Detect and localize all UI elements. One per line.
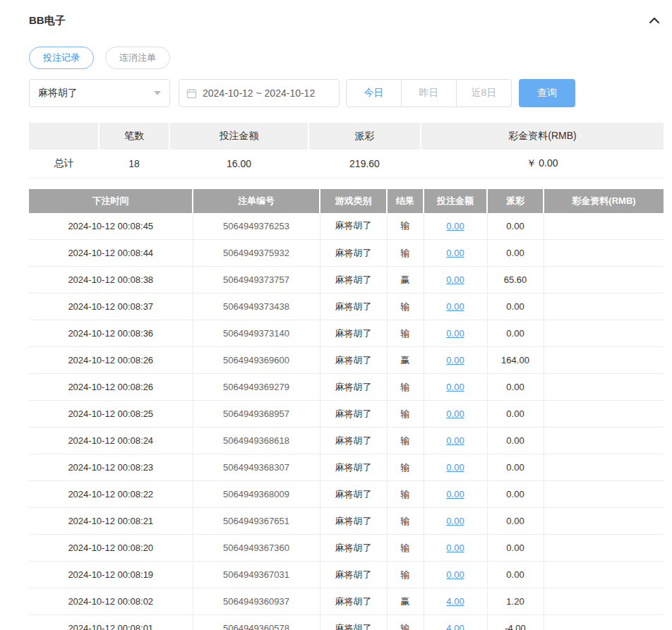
- cell-result: 输: [387, 213, 424, 240]
- bet-amount-link[interactable]: 0.00: [446, 248, 464, 258]
- cell-bet-time: 2024-10-12 00:08:38: [29, 267, 193, 293]
- records-header-row: 下注时间 注单编号 游戏类别 结果 投注金额 派彩 彩金资料(RMB): [29, 189, 664, 213]
- cell-bonus: [544, 428, 664, 454]
- bet-amount-link[interactable]: 0.00: [446, 274, 464, 285]
- cell-result: 输: [387, 454, 424, 481]
- cell-bet-amount: 0.00: [424, 240, 487, 267]
- cell-bonus: [544, 508, 664, 535]
- cell-order-number: 5064949368957: [193, 401, 320, 428]
- cell-bonus: [544, 374, 664, 401]
- cell-game-type: 麻将胡了: [320, 213, 387, 240]
- filter-bar: 麻将胡了 2024-10-12 ~ 2024-10-12 今日 昨日 近8日 查…: [29, 79, 664, 107]
- cell-result: 输: [387, 320, 424, 347]
- cell-order-number: 5064949373140: [193, 320, 320, 347]
- bet-amount-link[interactable]: 0.00: [446, 221, 464, 231]
- summary-total-payout: 219.60: [308, 150, 421, 178]
- cell-bet-amount: 0.00: [424, 213, 487, 240]
- bet-amount-link[interactable]: 0.00: [446, 328, 464, 339]
- cell-payout: 164.00: [487, 347, 544, 374]
- cell-bonus: [544, 347, 664, 374]
- cell-result: 输: [387, 240, 424, 267]
- cell-bonus: [544, 213, 664, 240]
- cell-bet-amount: 0.00: [424, 535, 487, 562]
- bet-amount-link[interactable]: 4.00: [446, 623, 464, 630]
- cell-payout: 0.00: [487, 374, 544, 401]
- bet-amount-link[interactable]: 0.00: [446, 382, 464, 392]
- table-row: 2024-10-12 00:08:45 5064949376253 麻将胡了 输…: [29, 213, 664, 240]
- bet-amount-link[interactable]: 0.00: [446, 543, 464, 553]
- calendar-icon: [186, 88, 197, 99]
- cell-payout: 0.00: [487, 293, 544, 320]
- cell-bet-time: 2024-10-12 00:08:02: [29, 588, 193, 615]
- cell-bet-time: 2024-10-12 00:08:25: [29, 401, 193, 428]
- col-order-number: 注单编号: [193, 189, 320, 213]
- cell-payout: 0.00: [487, 240, 544, 267]
- summary-total-row: 总计 18 16.00 219.60 ￥ 0.00: [29, 150, 664, 178]
- table-row: 2024-10-12 00:08:02 5064949360937 麻将胡了 赢…: [29, 588, 664, 615]
- cell-payout: 0.00: [487, 481, 544, 508]
- bet-amount-link[interactable]: 4.00: [446, 596, 464, 607]
- cell-bonus: [544, 535, 664, 562]
- cell-bet-time: 2024-10-12 00:08:01: [29, 615, 193, 630]
- game-select-value: 麻将胡了: [38, 87, 78, 99]
- game-select[interactable]: 麻将胡了: [29, 79, 170, 107]
- cell-bet-amount: 0.00: [424, 347, 487, 374]
- today-button[interactable]: 今日: [346, 79, 402, 107]
- cell-bet-time: 2024-10-12 00:08:37: [29, 293, 193, 320]
- tabs: 投注记录 连消注单: [29, 47, 664, 69]
- cell-bet-time: 2024-10-12 00:08:23: [29, 454, 193, 481]
- table-row: 2024-10-12 00:08:22 5064949368009 麻将胡了 输…: [29, 481, 664, 508]
- collapse-chevron-up-icon[interactable]: [645, 11, 664, 30]
- summary-total-label: 总计: [29, 150, 99, 178]
- cell-order-number: 5064949376253: [193, 213, 320, 240]
- bet-amount-link[interactable]: 0.00: [446, 489, 464, 499]
- bet-amount-link[interactable]: 0.00: [446, 435, 464, 446]
- summary-col-bonus: 彩金资料(RMB): [421, 123, 664, 150]
- cell-bet-amount: 0.00: [424, 428, 487, 454]
- cell-result: 输: [387, 535, 424, 562]
- bet-amount-link[interactable]: 0.00: [446, 462, 464, 473]
- col-bonus: 彩金资料(RMB): [544, 189, 664, 213]
- cell-order-number: 5064949375932: [193, 240, 320, 267]
- cell-game-type: 麻将胡了: [320, 562, 387, 588]
- cell-bet-amount: 0.00: [424, 320, 487, 347]
- cell-bonus: [544, 401, 664, 428]
- query-button[interactable]: 查询: [519, 79, 575, 107]
- cell-bet-amount: 0.00: [424, 401, 487, 428]
- summary-total-bonus: ￥ 0.00: [421, 150, 664, 178]
- cell-bonus: [544, 293, 664, 320]
- cell-order-number: 5064949367651: [193, 508, 320, 535]
- cell-game-type: 麻将胡了: [320, 347, 387, 374]
- cell-bet-amount: 0.00: [424, 374, 487, 401]
- cell-game-type: 麻将胡了: [320, 428, 387, 454]
- summary-col-payout: 派彩: [308, 123, 421, 150]
- table-row: 2024-10-12 00:08:44 5064949375932 麻将胡了 输…: [29, 240, 664, 267]
- table-row: 2024-10-12 00:08:20 5064949367360 麻将胡了 输…: [29, 535, 664, 562]
- table-row: 2024-10-12 00:08:24 5064949368618 麻将胡了 输…: [29, 428, 664, 454]
- tab-cancelled-orders[interactable]: 连消注单: [105, 47, 170, 69]
- tab-betting-records[interactable]: 投注记录: [29, 47, 94, 69]
- yesterday-button[interactable]: 昨日: [401, 79, 457, 107]
- summary-total-bet-amount: 16.00: [169, 150, 308, 178]
- bet-amount-link[interactable]: 0.00: [446, 408, 464, 419]
- bet-amount-link[interactable]: 0.00: [446, 301, 464, 312]
- col-bet-amount: 投注金额: [424, 189, 487, 213]
- cell-bet-amount: 0.00: [424, 267, 487, 293]
- bet-amount-link[interactable]: 0.00: [446, 355, 464, 365]
- bet-amount-link[interactable]: 0.00: [446, 516, 464, 526]
- cell-order-number: 5064949367360: [193, 535, 320, 562]
- cell-order-number: 5064949360578: [193, 615, 320, 630]
- cell-payout: 0.00: [487, 213, 544, 240]
- cell-bet-time: 2024-10-12 00:08:26: [29, 374, 193, 401]
- summary-col-count: 笔数: [99, 123, 169, 150]
- cell-bet-time: 2024-10-12 00:08:22: [29, 481, 193, 508]
- cell-game-type: 麻将胡了: [320, 240, 387, 267]
- bet-amount-link[interactable]: 0.00: [446, 569, 464, 580]
- last-8-days-button[interactable]: 近8日: [456, 79, 512, 107]
- cell-game-type: 麻将胡了: [320, 508, 387, 535]
- cell-bonus: [544, 454, 664, 481]
- cell-bonus: [544, 562, 664, 588]
- cell-bet-time: 2024-10-12 00:08:24: [29, 428, 193, 454]
- cell-game-type: 麻将胡了: [320, 293, 387, 320]
- date-range-input[interactable]: 2024-10-12 ~ 2024-10-12: [179, 79, 340, 107]
